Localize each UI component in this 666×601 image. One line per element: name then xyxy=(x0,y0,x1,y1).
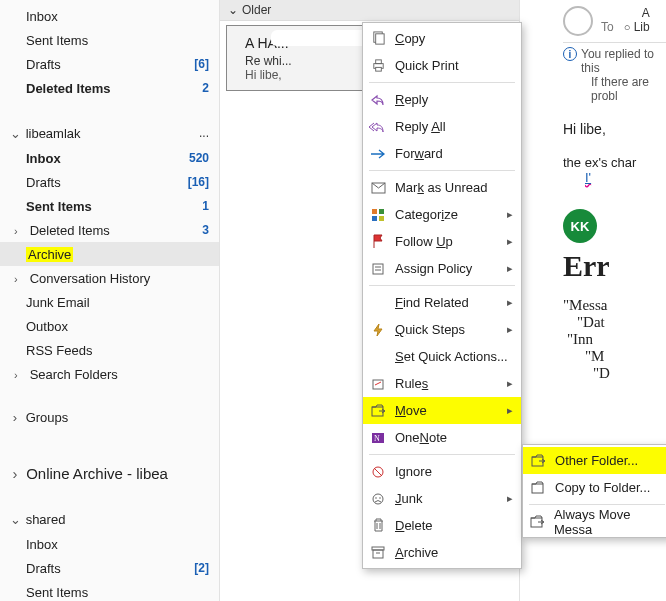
avatar-kk: KK xyxy=(563,209,597,243)
nav-label: Drafts xyxy=(26,561,61,576)
nav-groups-header[interactable]: › Groups xyxy=(0,404,219,430)
ctx-ignore[interactable]: Ignore xyxy=(363,458,521,485)
message-group-header[interactable]: ⌄ Older xyxy=(220,0,519,21)
nav-shared-sent[interactable]: Sent Items xyxy=(0,580,219,601)
sub-copy-to-folder[interactable]: Copy to Folder... xyxy=(523,474,666,501)
svg-rect-9 xyxy=(379,216,384,221)
ctx-onenote[interactable]: N OneNote xyxy=(363,424,521,451)
nav-label: Outbox xyxy=(26,319,68,334)
to-line: To ○ Lib xyxy=(601,20,650,34)
ctx-delete[interactable]: Delete xyxy=(363,512,521,539)
submenu-arrow-icon: ▸ xyxy=(505,377,515,390)
ctx-quick-print[interactable]: Quick Print xyxy=(363,52,521,79)
nav-label: Groups xyxy=(26,410,69,425)
caret-right-icon: › xyxy=(14,225,26,237)
ctx-reply[interactable]: Reply xyxy=(363,86,521,113)
ctx-quick-steps[interactable]: Quick Steps ▸ xyxy=(363,316,521,343)
ctx-label: Junk xyxy=(395,491,497,506)
blank-icon xyxy=(369,294,387,312)
submenu-arrow-icon: ▸ xyxy=(505,296,515,309)
nav-label: Deleted Items xyxy=(26,81,111,96)
ctx-move[interactable]: Move ▸ xyxy=(363,397,521,424)
archive-icon xyxy=(369,544,387,562)
ctx-set-quick-actions[interactable]: Set Quick Actions... xyxy=(363,343,521,370)
nav-drafts-2[interactable]: Drafts [16] xyxy=(0,170,219,194)
svg-rect-7 xyxy=(379,209,384,214)
account-header-libeamlak[interactable]: ⌄ libeamlak ... xyxy=(0,120,219,146)
sub-label: Copy to Folder... xyxy=(555,480,650,495)
nav-label: Sent Items xyxy=(26,585,88,600)
ctx-label: Move xyxy=(395,403,497,418)
ctx-junk[interactable]: Junk ▸ xyxy=(363,485,521,512)
ctx-mark-unread[interactable]: Mark as Unread xyxy=(363,174,521,201)
nav-count: 1 xyxy=(181,199,209,213)
ctx-label: Follow Up xyxy=(395,234,497,249)
nav-label: Drafts xyxy=(26,57,61,72)
svg-rect-22 xyxy=(532,484,543,493)
sub-other-folder[interactable]: Other Folder... xyxy=(523,447,666,474)
nav-shared-drafts[interactable]: Drafts [2] xyxy=(0,556,219,580)
svg-rect-11 xyxy=(373,380,383,389)
nav-online-archive-header[interactable]: › Online Archive - libea xyxy=(0,460,219,486)
submenu-arrow-icon: ▸ xyxy=(505,404,515,417)
nav-item-content: › Search Folders xyxy=(14,367,118,382)
reading-greeting: Hi libe, xyxy=(563,121,666,137)
nav-conversation-history[interactable]: › Conversation History xyxy=(0,266,219,290)
ctx-rules[interactable]: Rules ▸ xyxy=(363,370,521,397)
nav-inbox[interactable]: Inbox xyxy=(0,4,219,28)
sub-always-move[interactable]: Always Move Messa xyxy=(523,508,666,535)
nav-drafts[interactable]: Drafts [6] xyxy=(0,52,219,76)
ctx-find-related[interactable]: Find Related ▸ xyxy=(363,289,521,316)
ctx-categorize[interactable]: Categorize ▸ xyxy=(363,201,521,228)
nav-sent-items[interactable]: Sent Items xyxy=(0,28,219,52)
info-icon: i xyxy=(563,47,577,61)
quote-line: "Dat xyxy=(563,314,666,331)
nav-rss-feeds[interactable]: RSS Feeds xyxy=(0,338,219,362)
nav-junk-email[interactable]: Junk Email xyxy=(0,290,219,314)
nav-inbox-2[interactable]: Inbox 520 xyxy=(0,146,219,170)
caret-right-icon: › xyxy=(8,465,22,482)
envelope-icon xyxy=(369,179,387,197)
nav-item-content: › Conversation History xyxy=(14,271,150,286)
nav-sent-items-2[interactable]: Sent Items 1 xyxy=(0,194,219,218)
ctx-assign-policy[interactable]: Assign Policy ▸ xyxy=(363,255,521,282)
svg-rect-10 xyxy=(373,264,383,274)
ctx-archive[interactable]: Archive xyxy=(363,539,521,566)
nav-count: 520 xyxy=(181,151,209,165)
ctx-label: Quick Print xyxy=(395,58,515,73)
ctx-label: OneNote xyxy=(395,430,515,445)
quote-line: "M xyxy=(563,348,666,365)
nav-deleted-items[interactable]: Deleted Items 2 xyxy=(0,76,219,100)
ctx-reply-all[interactable]: Reply All xyxy=(363,113,521,140)
sub-label: Other Folder... xyxy=(555,453,638,468)
nav-archive[interactable]: Archive xyxy=(0,242,219,266)
shared-header[interactable]: ⌄ shared xyxy=(0,506,219,532)
nav-outbox[interactable]: Outbox xyxy=(0,314,219,338)
ctx-forward[interactable]: Forward xyxy=(363,140,521,167)
ctx-follow-up[interactable]: Follow Up ▸ xyxy=(363,228,521,255)
ctx-copy[interactable]: Copy xyxy=(363,25,521,52)
nav-shared-inbox[interactable]: Inbox xyxy=(0,532,219,556)
sender-short: A xyxy=(601,6,650,20)
ctx-label: Archive xyxy=(395,545,515,560)
ctx-label: Categorize xyxy=(395,207,497,222)
ctx-label: Mark as Unread xyxy=(395,180,515,195)
nav-deleted-items-2[interactable]: › Deleted Items 3 xyxy=(0,218,219,242)
move-submenu: Other Folder... Copy to Folder... Always… xyxy=(522,444,666,538)
shared-section: ⌄ shared Inbox Drafts [2] Sent Items xyxy=(0,506,219,601)
account-header-suffix: ... xyxy=(181,126,209,140)
folder-move-icon xyxy=(529,452,547,470)
svg-point-18 xyxy=(379,497,381,499)
ctx-separator xyxy=(369,170,515,171)
move-icon xyxy=(369,402,387,420)
nav-header-content: › Groups xyxy=(8,410,68,425)
reading-header-text: A To ○ Lib xyxy=(601,6,650,34)
reading-header-row: A To ○ Lib xyxy=(563,6,666,36)
nav-search-folders[interactable]: › Search Folders xyxy=(0,362,219,386)
quote-line: "D xyxy=(563,365,666,382)
sub-separator xyxy=(529,504,665,505)
reply-all-icon xyxy=(369,118,387,136)
forward-icon xyxy=(369,145,387,163)
svg-point-17 xyxy=(375,497,377,499)
ctx-label: Quick Steps xyxy=(395,322,497,337)
